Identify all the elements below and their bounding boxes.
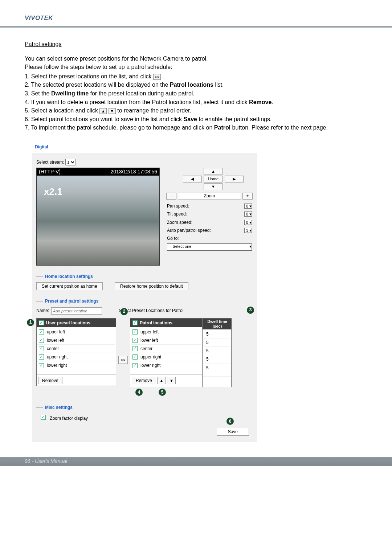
- auto-speed-select[interactable]: 1 ▾: [244, 228, 252, 233]
- list-item[interactable]: lower right: [131, 361, 201, 370]
- list-item[interactable]: upper left: [37, 328, 115, 336]
- zoom-factor-text: x2.1: [44, 185, 62, 198]
- patrol-header-checkbox[interactable]: [132, 320, 138, 325]
- checkbox-icon[interactable]: [39, 329, 44, 335]
- zoom-speed-label: Zoom speed:: [167, 219, 238, 226]
- callout-5: 5: [159, 389, 166, 396]
- step-2: 2. The selected preset locations will be…: [25, 81, 367, 89]
- video-preview: (HTTP-V) 2013/12/13 17:08:56 x2.1: [36, 168, 160, 266]
- checkbox-icon[interactable]: [132, 363, 138, 368]
- zoom-factor-label: Zoom factor display: [50, 416, 88, 421]
- ptz-home-button[interactable]: Home: [204, 176, 222, 182]
- name-label: Name:: [36, 308, 49, 313]
- select-stream-dropdown[interactable]: 1: [65, 159, 76, 165]
- select-stream-label: Select stream:: [36, 160, 64, 165]
- down-icon: ▼: [109, 108, 116, 114]
- page-header: VIVOTEK: [0, 0, 392, 27]
- ptz-up-button[interactable]: ▲: [204, 168, 222, 175]
- tilt-speed-select[interactable]: 0 ▾: [244, 212, 252, 217]
- patrol-list-container: Patrol locations upper leftlower leftcen…: [130, 318, 232, 387]
- transfer-icon: >>: [153, 74, 161, 80]
- checkbox-icon[interactable]: [132, 346, 138, 351]
- list-item[interactable]: center: [37, 345, 115, 353]
- checkbox-icon[interactable]: [39, 354, 44, 360]
- speed-table: Pan speed: 0 ▾ Tilt speed: 0 ▾ Zoom spee…: [166, 202, 253, 252]
- patrol-down-button[interactable]: ▼: [167, 377, 176, 384]
- zoom-factor-checkbox[interactable]: [41, 415, 46, 420]
- callout-1: 1: [27, 319, 34, 326]
- embedded-ui: Digital Select stream: 1 (HTTP-V) 2013/1…: [32, 142, 257, 442]
- list-item[interactable]: upper right: [37, 353, 115, 361]
- zoom-out-button[interactable]: -: [166, 193, 176, 200]
- select-stream-row: Select stream: 1: [36, 159, 253, 165]
- transfer-button[interactable]: >>: [118, 356, 128, 364]
- zoom-in-button[interactable]: +: [242, 193, 253, 200]
- restore-home-button[interactable]: Restore home position to default: [115, 282, 188, 290]
- intro-line-1: You can select some preset positions for…: [25, 55, 367, 63]
- list-item[interactable]: lower left: [131, 336, 201, 345]
- zoom-speed-select[interactable]: 0 ▾: [244, 220, 252, 225]
- up-icon: ▲: [99, 108, 107, 114]
- goto-label: Go to:: [167, 235, 252, 242]
- pan-speed-label: Pan speed:: [167, 202, 238, 210]
- select-patrol-label: Select Preset Locations for Patrol: [119, 308, 183, 313]
- intro-line-2: Please follow the steps below to set up …: [25, 63, 367, 71]
- save-button[interactable]: Save: [217, 428, 249, 436]
- patrol-remove-button[interactable]: Remove: [132, 377, 156, 384]
- list-item[interactable]: lower right: [37, 361, 115, 370]
- preset-remove-button[interactable]: Remove: [38, 377, 62, 384]
- dwell-value[interactable]: 5: [203, 364, 230, 372]
- list-item[interactable]: center: [131, 345, 201, 353]
- page-footer: 96 - User's Manual: [0, 457, 392, 466]
- patrol-list: Patrol locations upper leftlower leftcen…: [130, 318, 203, 387]
- ptz-down-button[interactable]: ▼: [204, 183, 222, 190]
- pan-speed-select[interactable]: 0 ▾: [244, 204, 252, 209]
- checkbox-icon[interactable]: [39, 363, 44, 368]
- goto-select[interactable]: -- Select one --▾: [167, 243, 252, 251]
- list-item[interactable]: upper right: [131, 353, 201, 361]
- dwell-header: Dwell time (sec): [203, 319, 232, 329]
- checkbox-icon[interactable]: [132, 329, 138, 335]
- step-7: 7. To implement the patrol schedule, ple…: [25, 124, 367, 132]
- steps-list: 1. Select the preset locations on the li…: [25, 73, 367, 132]
- ptz-grid: ▲ ◀ Home ▶ ▼: [183, 168, 244, 190]
- step-6: 6. Select patrol locations you want to s…: [25, 115, 367, 123]
- callout-4: 4: [135, 389, 143, 396]
- preset-header-checkbox[interactable]: [39, 320, 44, 325]
- step-5: 5. Select a location and click ▲ ▼ to re…: [25, 107, 367, 115]
- dwell-value[interactable]: 5: [203, 338, 230, 347]
- preset-patrol-legend: Preset and patrol settings: [36, 298, 253, 304]
- list-item[interactable]: lower left: [37, 336, 115, 345]
- preset-name-input[interactable]: [51, 307, 102, 315]
- patrol-up-button[interactable]: ▲: [157, 377, 166, 384]
- overlay-right: 2013/12/13 17:08:56: [111, 168, 157, 175]
- callout-3: 3: [247, 307, 254, 314]
- checkbox-icon[interactable]: [132, 338, 138, 343]
- header-divider: [0, 27, 392, 28]
- auto-speed-label: Auto pan/patrol speed:: [167, 227, 238, 234]
- dwell-value[interactable]: 5: [203, 355, 230, 364]
- step-4: 4. If you want to delete a preset locati…: [25, 98, 367, 106]
- checkbox-icon[interactable]: [39, 338, 44, 343]
- callout-2: 2: [121, 308, 128, 315]
- user-preset-list: User preset locations upper leftlower le…: [36, 318, 116, 386]
- control-panel: ▲ ◀ Home ▶ ▼ - Zoom + Pan: [166, 168, 253, 252]
- set-home-button[interactable]: Set current position as home: [36, 282, 103, 290]
- dwell-value[interactable]: 5: [203, 330, 230, 338]
- callout-6: 6: [226, 418, 234, 425]
- dwell-column: Dwell time (sec) 55555: [203, 318, 232, 387]
- home-location-legend: Home location settings: [36, 274, 253, 279]
- ptz-left-button[interactable]: ◀: [183, 176, 202, 182]
- patrol-header-label: Patrol locations: [140, 320, 172, 326]
- tilt-speed-label: Tilt speed:: [167, 210, 238, 218]
- section-title: Patrol settings: [25, 40, 367, 48]
- checkbox-icon[interactable]: [39, 346, 44, 351]
- list-item[interactable]: upper left: [131, 328, 201, 336]
- checkbox-icon[interactable]: [132, 354, 138, 360]
- dwell-value[interactable]: 5: [203, 347, 230, 355]
- content-area: Patrol settings You can select some pres…: [0, 28, 392, 450]
- ptz-right-button[interactable]: ▶: [225, 176, 244, 182]
- digital-tab[interactable]: Digital: [32, 142, 257, 153]
- misc-legend: Misc settings: [36, 405, 253, 410]
- zoom-label: Zoom: [178, 193, 241, 200]
